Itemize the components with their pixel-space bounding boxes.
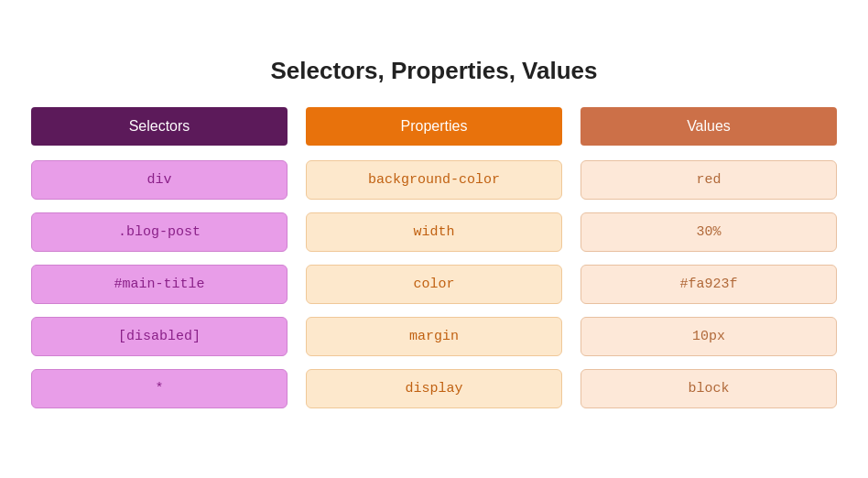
css-table: Selectors Properties Values divbackgroun… <box>31 107 837 408</box>
table-row: *displayblock <box>31 369 837 408</box>
cell-value: 30% <box>580 212 837 252</box>
cell-property: background-color <box>306 160 562 200</box>
cell-property: color <box>306 265 562 304</box>
table-row: divbackground-colorred <box>31 160 837 200</box>
cell-selector: * <box>31 369 288 408</box>
table-body: divbackground-colorred.blog-postwidth30%… <box>31 160 837 408</box>
table-row: .blog-postwidth30% <box>31 212 837 252</box>
header-properties: Properties <box>306 107 562 146</box>
main-container: Selectors, Properties, Values Selectors … <box>22 38 846 440</box>
cell-value: red <box>580 160 837 200</box>
cell-property: margin <box>306 317 562 356</box>
cell-value: block <box>580 369 837 408</box>
header-values: Values <box>580 107 837 146</box>
cell-value: #fa923f <box>580 265 837 304</box>
table-row: [disabled]margin10px <box>31 317 837 356</box>
table-row: #main-titlecolor#fa923f <box>31 265 837 304</box>
cell-value: 10px <box>580 317 837 356</box>
cell-selector: [disabled] <box>31 317 288 356</box>
cell-selector: .blog-post <box>31 212 288 252</box>
cell-selector: div <box>31 160 288 200</box>
table-header-row: Selectors Properties Values <box>31 107 837 146</box>
cell-property: display <box>306 369 562 408</box>
cell-property: width <box>306 212 562 252</box>
header-selectors: Selectors <box>31 107 288 146</box>
cell-selector: #main-title <box>31 265 288 304</box>
page-title: Selectors, Properties, Values <box>31 57 837 85</box>
